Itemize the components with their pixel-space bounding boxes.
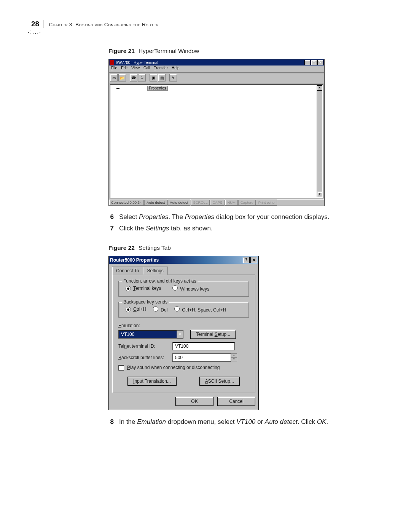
resize-grip-icon[interactable] xyxy=(319,200,324,206)
emulation-dropdown[interactable]: VT100 ▼ xyxy=(118,330,183,339)
scroll-down-icon[interactable]: ▾ xyxy=(317,192,322,197)
menu-edit[interactable]: Edit xyxy=(121,66,127,72)
radio-windows-keys[interactable]: Windows keys xyxy=(172,285,209,292)
status-capture: Capture xyxy=(238,200,256,206)
ht-scrollbar[interactable]: ▴ ▾ xyxy=(317,85,322,197)
step-8-text: In the Emulation dropdown menu, select V… xyxy=(119,417,328,427)
ascii-setup-button[interactable]: ASCII Setup... xyxy=(199,377,240,386)
ht-toolbar: ▭ 📂 ☎ ⚞ ▣ ▤ ✎ xyxy=(109,73,324,83)
status-auto1: Auto detect xyxy=(144,200,167,206)
play-sound-label: Play sound when connecting or disconnect… xyxy=(127,365,220,370)
ok-button[interactable]: OK xyxy=(175,397,213,406)
step-7-number: 7 xyxy=(108,224,114,233)
step-6-number: 6 xyxy=(108,212,114,222)
tb-new-icon[interactable]: ▭ xyxy=(110,74,118,81)
status-printecho: Print echo xyxy=(256,200,277,206)
ht-app-icon xyxy=(110,60,114,65)
ht-terminal-area[interactable]: Properties ▴ ▾ xyxy=(110,84,323,198)
label-emulation: Emulation: xyxy=(118,323,249,328)
cursor-icon xyxy=(116,88,119,89)
chevron-down-icon[interactable]: ▼ xyxy=(177,331,183,338)
ht-properties-tooltip: Properties xyxy=(147,86,168,91)
page-number: 28 xyxy=(31,20,43,28)
dlg-tabs: Connect To Settings xyxy=(112,267,255,275)
play-sound-checkbox[interactable] xyxy=(118,365,124,371)
backscroll-stepper[interactable]: ▴▾ xyxy=(231,353,237,361)
status-auto2: Auto detect xyxy=(167,200,190,206)
settings-panel: Function, arrow, and ctrl keys act as Te… xyxy=(112,275,255,393)
ht-window-title: SW7700 - HyperTerminal xyxy=(116,61,158,65)
dlg-title-bar[interactable]: Router5000 Properties ? ✕ xyxy=(109,256,258,264)
tab-connect-to[interactable]: Connect To xyxy=(112,267,143,275)
status-caps: CAPS xyxy=(210,200,225,206)
dlg-help-button[interactable]: ? xyxy=(243,257,250,263)
tb-properties-icon[interactable]: ✎ xyxy=(169,74,177,81)
radio-terminal-keys[interactable]: Terminal keys xyxy=(126,286,161,291)
tb-open-icon[interactable]: 📂 xyxy=(118,74,126,81)
minimize-button[interactable]: _ xyxy=(304,60,311,65)
scroll-up-icon[interactable]: ▴ xyxy=(317,85,322,91)
hyperterminal-window: SW7700 - HyperTerminal _ ▢ ✕ File Edit V… xyxy=(108,59,325,206)
step-6-text: Select Properties. The Properties dialog… xyxy=(119,212,330,222)
ht-menu-bar[interactable]: File Edit View Call Transfer Help xyxy=(109,66,324,73)
maximize-button[interactable]: ▢ xyxy=(311,60,317,65)
label-telnet-id: Telnet terminal ID: xyxy=(118,343,168,349)
menu-file[interactable]: File xyxy=(111,66,117,72)
chapter-title: Chapter 3: Booting and Configuring the R… xyxy=(49,22,159,27)
dlg-close-button[interactable]: ✕ xyxy=(250,257,257,263)
backscroll-input[interactable]: 500 xyxy=(172,353,231,362)
menu-help[interactable]: Help xyxy=(172,66,180,72)
radio-del[interactable]: Del xyxy=(153,306,167,313)
tb-receive-icon[interactable]: ▤ xyxy=(158,74,166,81)
properties-dialog: Router5000 Properties ? ✕ Connect To Set… xyxy=(108,256,259,410)
terminal-setup-button[interactable]: Terminal Setup... xyxy=(190,330,236,339)
menu-call[interactable]: Call xyxy=(143,66,150,72)
ht-title-bar[interactable]: SW7700 - HyperTerminal _ ▢ ✕ xyxy=(109,59,324,66)
ht-status-bar: Connected 0:00:34 Auto detect Auto detec… xyxy=(109,199,324,206)
label-backscroll: Backscroll buffer lines: xyxy=(118,355,168,360)
radio-ctrl-h[interactable]: Ctrl+H xyxy=(126,307,146,312)
figure-21-caption: Figure 21HyperTerminal Window xyxy=(108,48,382,54)
dlg-title-text: Router5000 Properties xyxy=(110,257,159,263)
status-scroll: SCROLL xyxy=(191,200,210,206)
group-backspace: Backspace key sends Ctrl+H Del Ctrl+H, S… xyxy=(118,302,249,318)
step-7-text: Click the Settings tab, as shown. xyxy=(119,224,213,233)
group-function-keys-legend: Function, arrow, and ctrl keys act as xyxy=(122,278,198,284)
group-backspace-legend: Backspace key sends xyxy=(122,299,169,305)
tab-settings[interactable]: Settings xyxy=(143,267,168,275)
group-function-keys: Function, arrow, and ctrl keys act as Te… xyxy=(118,281,249,297)
status-num: NUM xyxy=(225,200,238,206)
radio-ctrl-h-space[interactable]: Ctrl+H, Space, Ctrl+H xyxy=(174,306,226,313)
step-8-number: 8 xyxy=(108,417,114,427)
figure-22-caption: Figure 22Settings Tab xyxy=(108,244,382,251)
menu-transfer[interactable]: Transfer xyxy=(154,66,168,72)
tb-send-icon[interactable]: ▣ xyxy=(150,74,157,81)
menu-view[interactable]: View xyxy=(131,66,140,72)
telnet-id-input[interactable]: VT100 xyxy=(172,342,235,350)
cancel-button[interactable]: Cancel xyxy=(217,397,255,406)
status-connected: Connected 0:00:34 xyxy=(109,200,144,206)
close-button[interactable]: ✕ xyxy=(317,60,323,65)
decorative-dots xyxy=(28,30,43,36)
tb-connect-icon[interactable]: ☎ xyxy=(130,74,137,81)
input-translation-button[interactable]: Input Translation... xyxy=(127,377,177,386)
tb-disconnect-icon[interactable]: ⚞ xyxy=(138,74,146,81)
